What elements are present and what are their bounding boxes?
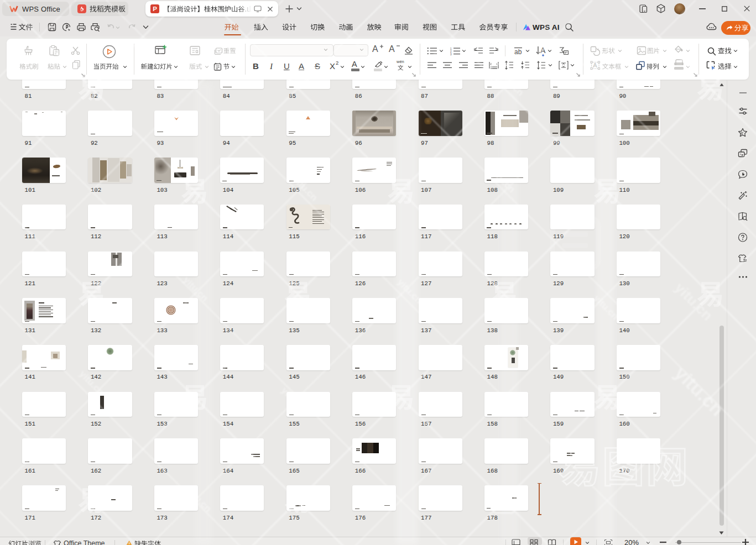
svg-text:A: A [593,62,597,69]
svg-text:ab: ab [514,48,522,56]
svg-text:3: 3 [450,53,452,55]
svg-text:wén: wén [396,59,404,64]
svg-text:A: A [540,46,546,55]
svg-text:P: P [153,6,157,12]
